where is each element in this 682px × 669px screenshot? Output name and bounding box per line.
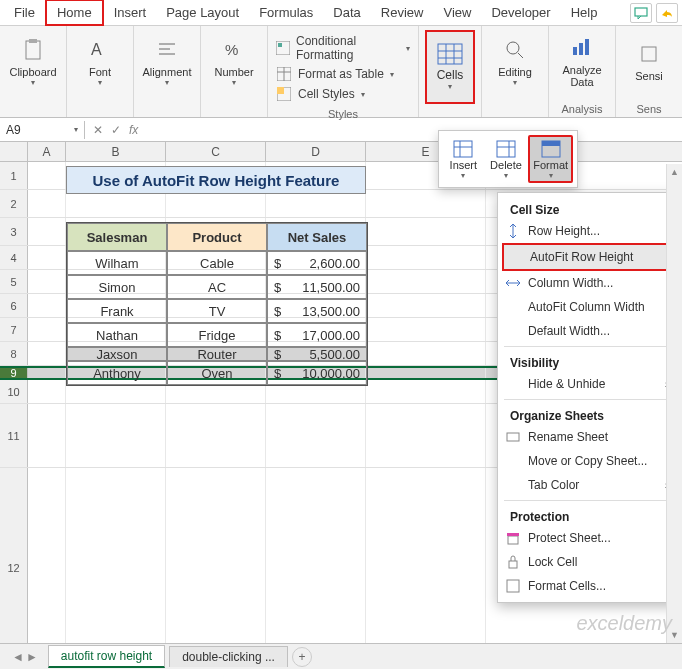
row-header[interactable]: 12 — [0, 468, 28, 667]
tab-page-layout[interactable]: Page Layout — [156, 1, 249, 24]
group-alignment: Alignment ▾ — [134, 26, 201, 117]
fx-icon[interactable]: fx — [129, 123, 138, 137]
row-header[interactable]: 4 — [0, 246, 28, 269]
menu-rename-sheet[interactable]: Rename Sheet — [498, 425, 680, 449]
group-analysis: Analyze Data Analysis — [549, 26, 616, 117]
menu-lock-cell[interactable]: Lock Cell — [498, 550, 680, 574]
insert-cells-button[interactable]: Insert▾ — [443, 135, 484, 183]
delete-cells-button[interactable]: Delete▾ — [486, 135, 527, 183]
cancel-formula-icon[interactable]: ✕ — [93, 123, 103, 137]
row-header[interactable]: 3 — [0, 218, 28, 245]
svg-point-20 — [507, 42, 519, 54]
sheet-tab[interactable]: double-clicking ... — [169, 646, 288, 667]
cell-styles-button[interactable]: Cell Styles ▾ — [276, 86, 410, 102]
format-as-table-button[interactable]: Format as Table ▾ — [276, 66, 410, 82]
name-box[interactable]: A9▾ — [0, 121, 85, 139]
tab-file[interactable]: File — [4, 1, 45, 24]
comments-button[interactable] — [630, 3, 652, 23]
table-cell[interactable]: Wilham — [67, 251, 167, 275]
header-salesman[interactable]: Salesman — [67, 223, 167, 251]
row-header-selected[interactable]: 9 — [0, 368, 28, 378]
menu-hide-unhide[interactable]: Hide & Unhide› — [498, 372, 680, 396]
select-all-corner[interactable] — [0, 142, 28, 161]
clipboard-button[interactable]: Clipboard ▾ — [6, 30, 60, 92]
group-sensitivity: Sensi Sens — [616, 26, 682, 117]
svg-rect-15 — [438, 44, 462, 64]
format-cells-button[interactable]: Format▾ — [528, 135, 573, 183]
vertical-scrollbar[interactable]: ▲ ▼ — [666, 164, 682, 643]
svg-rect-22 — [573, 47, 577, 55]
row-header[interactable]: 10 — [0, 380, 28, 403]
font-button[interactable]: A Font ▾ — [73, 30, 127, 92]
row-header[interactable]: 6 — [0, 294, 28, 317]
analyze-data-button[interactable]: Analyze Data — [555, 30, 609, 92]
svg-rect-25 — [642, 47, 656, 61]
cells-button[interactable]: Cells ▾ — [425, 30, 475, 104]
svg-rect-37 — [508, 536, 518, 544]
svg-rect-2 — [29, 39, 37, 43]
row-header[interactable]: 7 — [0, 318, 28, 341]
row-header[interactable]: 2 — [0, 190, 28, 217]
menu-row-height[interactable]: Row Height... — [498, 219, 680, 243]
section-visibility: Visibility — [498, 350, 680, 372]
menu-tab-color[interactable]: Tab Color› — [498, 473, 680, 497]
menu-default-width[interactable]: Default Width... — [498, 319, 680, 343]
tab-view[interactable]: View — [433, 1, 481, 24]
scroll-up-icon[interactable]: ▲ — [667, 164, 682, 180]
clipboard-icon — [19, 36, 47, 64]
col-header-b[interactable]: B — [66, 142, 166, 161]
chevron-left-icon[interactable]: ◄ — [12, 650, 24, 664]
editing-button[interactable]: Editing ▾ — [488, 30, 542, 92]
cell[interactable] — [28, 162, 66, 189]
sheet-nav[interactable]: ◄► — [6, 650, 44, 664]
row-header[interactable]: 1 — [0, 162, 28, 189]
alignment-button[interactable]: Alignment ▾ — [140, 30, 194, 92]
tab-formulas[interactable]: Formulas — [249, 1, 323, 24]
chevron-down-icon: ▾ — [513, 78, 517, 87]
menu-autofit-column-width[interactable]: AutoFit Column Width — [498, 295, 680, 319]
share-button[interactable] — [656, 3, 678, 23]
number-label: Number — [214, 66, 253, 78]
col-header-c[interactable]: C — [166, 142, 266, 161]
title-cell[interactable]: Use of AutoFit Row Height Feature — [66, 166, 366, 194]
col-header-d[interactable]: D — [266, 142, 366, 161]
section-cell-size: Cell Size — [498, 197, 680, 219]
tab-home[interactable]: Home — [45, 0, 104, 26]
group-font: A Font ▾ — [67, 26, 134, 117]
analysis-group-label: Analysis — [562, 101, 603, 115]
formula-input[interactable] — [146, 128, 682, 132]
tab-data[interactable]: Data — [323, 1, 370, 24]
sensitivity-button[interactable]: Sensi — [622, 30, 676, 92]
menu-bar: File Home Insert Page Layout Formulas Da… — [0, 0, 682, 26]
header-product[interactable]: Product — [167, 223, 267, 251]
svg-rect-29 — [497, 141, 515, 157]
col-header-a[interactable]: A — [28, 142, 66, 161]
chevron-down-icon: ▾ — [448, 82, 452, 91]
svg-rect-38 — [507, 533, 519, 536]
number-button[interactable]: % Number ▾ — [207, 30, 261, 92]
add-sheet-button[interactable]: + — [292, 647, 312, 667]
chevron-right-icon[interactable]: ► — [26, 650, 38, 664]
menu-protect-sheet[interactable]: Protect Sheet... — [498, 526, 680, 550]
tab-insert[interactable]: Insert — [104, 1, 157, 24]
sheet-tab-active[interactable]: autofit row height — [48, 645, 165, 668]
accept-formula-icon[interactable]: ✓ — [111, 123, 121, 137]
chevron-down-icon: ▾ — [165, 78, 169, 87]
tab-help[interactable]: Help — [561, 1, 608, 24]
header-netsales[interactable]: Net Sales — [267, 223, 367, 251]
menu-format-cells[interactable]: Format Cells... — [498, 574, 680, 598]
row-height-icon — [506, 224, 520, 238]
menu-move-copy-sheet[interactable]: Move or Copy Sheet... — [498, 449, 680, 473]
menu-autofit-row-height[interactable]: AutoFit Row Height — [502, 243, 676, 271]
conditional-formatting-button[interactable]: Conditional Formatting ▾ — [276, 34, 410, 62]
row-header[interactable]: 11 — [0, 404, 28, 467]
tab-review[interactable]: Review — [371, 1, 434, 24]
row-header[interactable]: 8 — [0, 342, 28, 365]
svg-rect-23 — [579, 43, 583, 55]
sensitivity-icon — [635, 40, 663, 68]
tab-developer[interactable]: Developer — [481, 1, 560, 24]
row-header[interactable]: 5 — [0, 270, 28, 293]
insert-label: Insert — [450, 159, 478, 171]
menu-column-width[interactable]: Column Width... — [498, 271, 680, 295]
group-cells: Cells ▾ — [419, 26, 482, 117]
